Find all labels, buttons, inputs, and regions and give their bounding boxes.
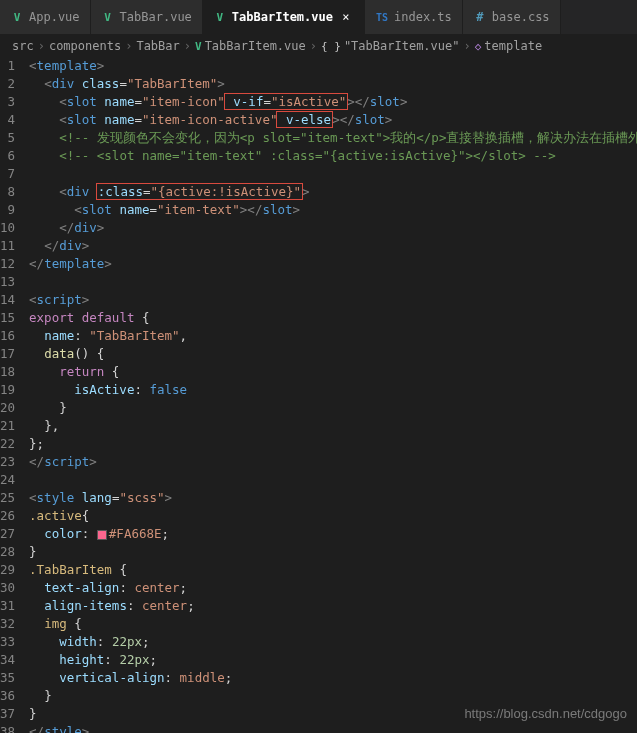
line-number: 5 — [0, 129, 15, 147]
code-line[interactable]: return { — [29, 363, 637, 381]
code-line[interactable]: } — [29, 687, 637, 705]
line-number: 17 — [0, 345, 15, 363]
line-number: 24 — [0, 471, 15, 489]
code-line[interactable] — [29, 273, 637, 291]
code-line[interactable]: <slot name="item-icon-active" v-else></s… — [29, 111, 637, 129]
code-line[interactable]: }; — [29, 435, 637, 453]
chevron-right-icon: › — [38, 39, 45, 53]
code-line[interactable]: <script> — [29, 291, 637, 309]
line-number: 23 — [0, 453, 15, 471]
code-line[interactable]: <!-- <slot name="item-text" :class="{act… — [29, 147, 637, 165]
line-number: 38 — [0, 723, 15, 733]
line-number: 14 — [0, 291, 15, 309]
code-line[interactable] — [29, 165, 637, 183]
ts-icon: TS — [375, 10, 389, 24]
code-line[interactable]: } — [29, 399, 637, 417]
code-line[interactable]: width: 22px; — [29, 633, 637, 651]
tab-base-css[interactable]: # base.css — [463, 0, 561, 34]
line-number: 32 — [0, 615, 15, 633]
vue-icon: V — [101, 10, 115, 24]
code-line[interactable]: align-items: center; — [29, 597, 637, 615]
code-line[interactable]: export default { — [29, 309, 637, 327]
tab-index-ts[interactable]: TS index.ts — [365, 0, 463, 34]
code-line[interactable]: </script> — [29, 453, 637, 471]
code-line[interactable]: </template> — [29, 255, 637, 273]
code-line[interactable]: .TabBarItem { — [29, 561, 637, 579]
close-icon[interactable]: × — [338, 10, 354, 24]
line-number: 11 — [0, 237, 15, 255]
vue-icon: V — [213, 10, 227, 24]
tab-label: TabBarItem.vue — [232, 10, 333, 24]
line-number: 21 — [0, 417, 15, 435]
line-number: 25 — [0, 489, 15, 507]
code-line[interactable]: } — [29, 543, 637, 561]
watermark: https://blog.csdn.net/cdgogo — [464, 706, 627, 721]
code-line[interactable]: <slot name="item-icon" v-if="isActive"><… — [29, 93, 637, 111]
code-line[interactable]: vertical-align: middle; — [29, 669, 637, 687]
code-line[interactable]: color: #FA668E; — [29, 525, 637, 543]
line-number: 4 — [0, 111, 15, 129]
line-number: 26 — [0, 507, 15, 525]
code-line[interactable]: </div> — [29, 237, 637, 255]
line-number: 31 — [0, 597, 15, 615]
chevron-right-icon: › — [310, 39, 317, 53]
line-number: 36 — [0, 687, 15, 705]
tab-label: App.vue — [29, 10, 80, 24]
code-line[interactable]: height: 22px; — [29, 651, 637, 669]
crumb-src[interactable]: src — [12, 39, 34, 53]
code-line[interactable]: </div> — [29, 219, 637, 237]
editor-tabs: V App.vue V TabBar.vue V TabBarItem.vue … — [0, 0, 637, 35]
line-number: 30 — [0, 579, 15, 597]
crumb-template[interactable]: ◇ template — [475, 39, 542, 53]
line-number: 7 — [0, 165, 15, 183]
line-number: 8 — [0, 183, 15, 201]
line-gutter: 1234567891011121314151617181920212223242… — [0, 57, 29, 733]
code-line[interactable]: <div :class="{active:!isActive}"> — [29, 183, 637, 201]
code-line[interactable] — [29, 471, 637, 489]
chevron-right-icon: › — [125, 39, 132, 53]
line-number: 34 — [0, 651, 15, 669]
tab-tabbaritem-vue[interactable]: V TabBarItem.vue × — [203, 0, 365, 34]
code-editor[interactable]: 1234567891011121314151617181920212223242… — [0, 57, 637, 733]
code-line[interactable]: <!-- 发现颜色不会变化，因为<p slot="item-text">我的</… — [29, 129, 637, 147]
line-number: 15 — [0, 309, 15, 327]
line-number: 3 — [0, 93, 15, 111]
crumb-symbol[interactable]: { } "TabBarItem.vue" — [321, 39, 459, 53]
tab-label: base.css — [492, 10, 550, 24]
code-line[interactable]: <slot name="item-text"></slot> — [29, 201, 637, 219]
vue-icon: V — [10, 10, 24, 24]
code-line[interactable]: <template> — [29, 57, 637, 75]
code-line[interactable]: </style> — [29, 723, 637, 733]
line-number: 33 — [0, 633, 15, 651]
css-icon: # — [473, 10, 487, 24]
line-number: 37 — [0, 705, 15, 723]
code-line[interactable]: .active{ — [29, 507, 637, 525]
code-line[interactable]: text-align: center; — [29, 579, 637, 597]
tab-app-vue[interactable]: V App.vue — [0, 0, 91, 34]
line-number: 27 — [0, 525, 15, 543]
crumb-components[interactable]: components — [49, 39, 121, 53]
symbol-icon: ◇ — [475, 40, 482, 53]
chevron-right-icon: › — [184, 39, 191, 53]
line-number: 10 — [0, 219, 15, 237]
line-number: 13 — [0, 273, 15, 291]
code-line[interactable]: isActive: false — [29, 381, 637, 399]
line-number: 2 — [0, 75, 15, 93]
chevron-right-icon: › — [463, 39, 470, 53]
code-content[interactable]: <template> <div class="TabBarItem"> <slo… — [29, 57, 637, 733]
line-number: 1 — [0, 57, 15, 75]
crumb-file[interactable]: V TabBarItem.vue — [195, 39, 306, 53]
code-line[interactable]: img { — [29, 615, 637, 633]
code-line[interactable]: }, — [29, 417, 637, 435]
line-number: 19 — [0, 381, 15, 399]
tab-tabbar-vue[interactable]: V TabBar.vue — [91, 0, 203, 34]
code-line[interactable]: <style lang="scss"> — [29, 489, 637, 507]
code-line[interactable]: <div class="TabBarItem"> — [29, 75, 637, 93]
line-number: 29 — [0, 561, 15, 579]
line-number: 20 — [0, 399, 15, 417]
code-line[interactable]: data() { — [29, 345, 637, 363]
crumb-tabbar[interactable]: TabBar — [136, 39, 179, 53]
line-number: 16 — [0, 327, 15, 345]
code-line[interactable]: name: "TabBarItem", — [29, 327, 637, 345]
line-number: 6 — [0, 147, 15, 165]
